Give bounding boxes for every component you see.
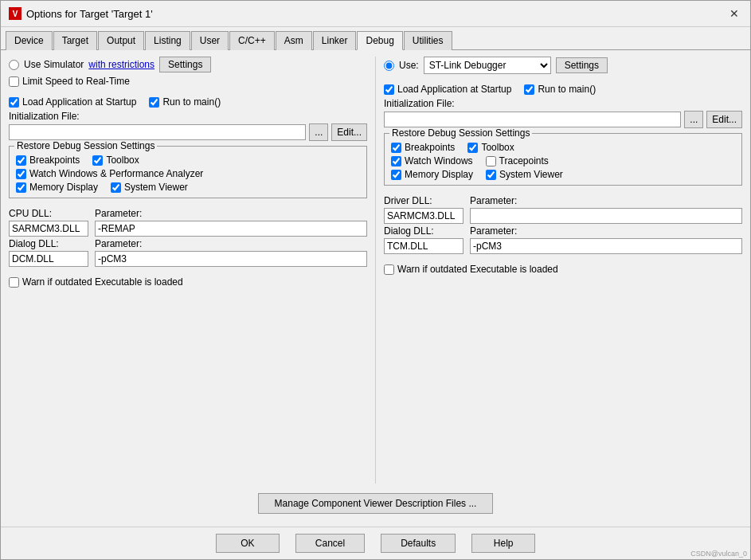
left-warn-label: Warn if outdated Executable is loaded [22,276,183,288]
right-system-label: System Viewer [499,169,563,180]
right-memory-checkbox[interactable] [391,170,401,180]
use-debugger-row: Use: ST-Link Debugger Settings [384,57,742,74]
left-breakpoints-checkbox[interactable] [16,155,26,166]
left-cpu-param-label: Parameter: [95,208,142,219]
left-bp-toolbox-row: Breakpoints Toolbox [16,155,360,166]
limit-speed-checkbox[interactable] [9,76,19,87]
right-dialog-dll-label-row: Dialog DLL: Parameter: [384,225,742,237]
left-settings-button[interactable]: Settings [159,57,211,72]
right-run-main-cb: Run to main() [524,84,596,95]
use-radio[interactable] [384,61,394,71]
right-dialog-dll-label: Dialog DLL: [384,225,434,237]
left-dialog-param-input[interactable] [95,251,367,267]
right-edit-button[interactable]: Edit... [706,111,742,128]
left-edit-button[interactable]: Edit... [331,123,367,141]
right-restore-legend: Restore Debug Session Settings [389,127,532,139]
left-load-app-cb: Load Application at Startup [9,96,136,108]
left-run-main-checkbox[interactable] [149,97,159,108]
right-sys-cb: System Viewer [486,169,563,180]
right-driver-label-group: Driver DLL: [384,195,464,206]
right-init-label: Initialization File: [384,98,742,109]
tab-debug[interactable]: Debug [357,31,402,50]
left-run-main-cb: Run to main() [149,96,221,108]
left-dialog-param-label-group: Parameter: [95,238,367,249]
tab-output[interactable]: Output [98,31,144,50]
left-dialog-input-row [9,251,367,267]
right-init-input[interactable] [384,112,681,127]
right-dialog-param-label: Parameter: [470,225,517,237]
cancel-button[interactable]: Cancel [295,534,365,553]
tab-linker[interactable]: Linker [313,31,357,50]
defaults-button[interactable]: Defaults [381,534,456,553]
left-toolbox-checkbox[interactable] [92,155,103,166]
with-restrictions-link[interactable]: with restrictions [88,59,155,70]
left-toolbox-label: Toolbox [106,155,139,166]
simulator-row: Use Simulator with restrictions Settings [9,57,367,72]
right-run-main-checkbox[interactable] [524,84,534,95]
tab-utilities[interactable]: Utilities [404,31,452,50]
help-button[interactable]: Help [471,534,535,553]
right-column: Use: ST-Link Debugger Settings Load Appl… [384,57,742,484]
left-column: Use Simulator with restrictions Settings… [9,57,367,484]
simulator-radio[interactable] [9,60,19,70]
right-breakpoints-checkbox[interactable] [391,143,401,153]
left-memory-checkbox[interactable] [16,182,26,193]
left-restore-inner: Breakpoints Toolbox Watch Windows & Perf… [16,155,360,193]
left-cpu-param-input[interactable] [95,221,367,237]
right-trace-label: Tracepoints [499,155,549,166]
close-button[interactable]: ✕ [726,6,742,22]
right-watch-checkbox[interactable] [391,156,401,166]
right-warn-row: Warn if outdated Executable is loaded [384,264,742,275]
left-memory-label: Memory Display [29,182,98,193]
left-watch-cb: Watch Windows & Performance Analyzer [16,168,360,179]
tab-asm[interactable]: Asm [276,31,312,50]
right-warn-checkbox[interactable] [384,264,394,275]
window-title: Options for Target 'Target 1' [26,8,153,20]
right-toolbox-checkbox[interactable] [467,143,478,153]
right-settings-button[interactable]: Settings [556,57,608,73]
left-warn-checkbox[interactable] [9,277,19,288]
simulator-label: Use Simulator [24,59,84,70]
tab-user[interactable]: User [191,31,229,50]
right-dialog-param-input[interactable] [470,238,742,254]
tab-device[interactable]: Device [6,31,53,50]
left-load-app-label: Load Application at Startup [22,96,136,108]
right-mem-cb: Memory Display [391,169,473,180]
tab-listing[interactable]: Listing [145,31,190,50]
tab-bar: Device Target Output Listing User C/C++ … [1,27,750,50]
right-watch-trace-row: Watch Windows Tracepoints [391,155,735,166]
right-load-app-checkbox[interactable] [384,84,394,95]
watermark-text: CSDN@vulcan_0 [690,550,747,558]
manage-button[interactable]: Manage Component Viewer Description File… [258,493,494,514]
right-watch-label: Watch Windows [405,155,473,166]
left-init-input[interactable] [9,124,306,140]
title-bar: V Options for Target 'Target 1' ✕ [1,1,750,27]
right-watch-cb: Watch Windows [391,155,473,166]
left-mem-sys-row: Memory Display System Viewer [16,182,360,193]
right-system-checkbox[interactable] [486,170,496,180]
right-dialog-dll-input[interactable] [384,238,464,254]
left-watch-checkbox[interactable] [16,169,26,179]
left-watch-label: Watch Windows & Performance Analyzer [29,168,203,179]
left-dialog-dll-input[interactable] [9,251,88,267]
right-driver-param-input[interactable] [470,208,742,224]
right-run-main-label: Run to main() [538,84,596,95]
right-dialog-param-label-group: Parameter: [470,225,742,237]
right-driver-dll-input[interactable] [384,208,464,224]
ok-button[interactable]: OK [216,534,280,553]
main-window: V Options for Target 'Target 1' ✕ Device… [0,0,751,560]
tab-cpp[interactable]: C/C++ [229,31,275,50]
right-trace-checkbox[interactable] [486,156,496,166]
right-bp-cb: Breakpoints [391,142,455,153]
left-system-checkbox[interactable] [111,182,121,193]
manage-row: Manage Component Viewer Description File… [9,490,742,517]
left-dll-section: CPU DLL: Parameter: Dialog DLL: [9,208,367,267]
left-cpu-dll-input[interactable] [9,221,88,237]
debugger-select[interactable]: ST-Link Debugger [424,57,551,74]
right-driver-dll-label: Driver DLL: [384,195,432,206]
left-browse-button[interactable]: ... [309,123,328,141]
right-load-app-cb: Load Application at Startup [384,84,511,95]
left-load-app-checkbox[interactable] [9,97,19,108]
right-browse-button[interactable]: ... [684,111,703,128]
tab-target[interactable]: Target [53,31,97,50]
